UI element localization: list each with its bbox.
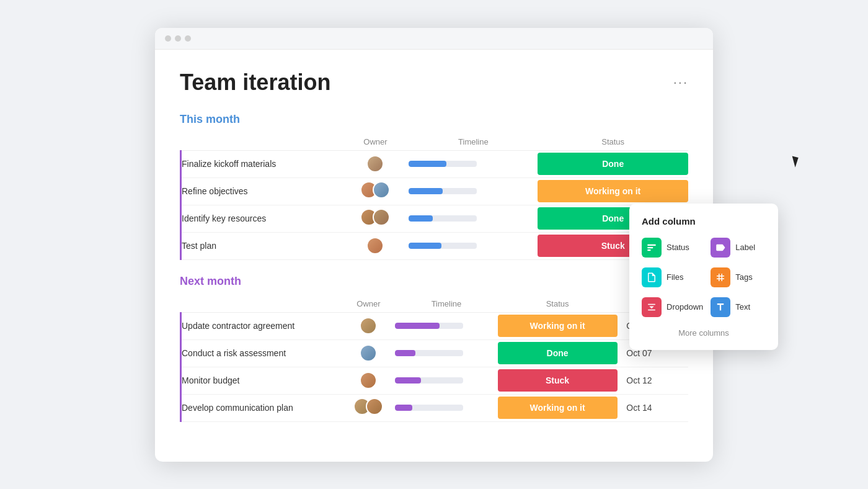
avatar [360,317,377,334]
timeline-bar-fill [409,243,441,249]
timeline-bar-fill [395,377,421,384]
timeline-cell [409,150,538,177]
col-status-1: Status [498,295,618,313]
col-task-name-1 [181,295,342,313]
column-option-files[interactable]: Files [642,266,703,289]
timeline-bar-fill [409,161,446,167]
table-row: Monitor budget Stuck Oct 12 [181,367,689,394]
timeline-bar-fill [395,350,415,356]
timeline-bar-bg [409,215,477,222]
column-option-text[interactable]: Text [711,296,766,318]
avatar [366,398,383,415]
owner-cell [342,312,396,339]
task-name: Refine objectives [181,177,342,205]
files-col-label: Files [666,272,683,282]
col-task-name-0 [181,133,342,151]
avatar-group [360,209,390,226]
status-badge[interactable]: Working on it [498,315,618,337]
avatar [373,209,390,226]
column-option-status[interactable]: Status [642,236,703,259]
status-badge[interactable]: Working on it [498,397,618,419]
timeline-cell [409,232,538,259]
table-row: Conduct a risk assessment Done Oct [181,339,689,367]
timeline-cell [409,205,538,232]
timeline-bar-bg [409,243,477,249]
more-options-button[interactable]: ··· [673,74,688,91]
browser-content: Team iteration ··· This month Owner Time… [155,50,713,462]
timeline-bar-bg [395,405,463,411]
task-name: Monitor budget [181,367,342,394]
status-col-label: Status [666,243,689,252]
timeline-bar-bg [395,323,463,329]
files-col-icon [642,267,662,287]
status-cell[interactable]: Done [498,339,618,367]
label-col-label: Label [735,243,755,252]
svg-rect-0 [647,244,656,245]
avatar [373,181,390,199]
column-option-dropdown[interactable]: Dropdown [642,296,703,318]
col-status-0: Status [538,133,688,151]
table-row: Finalize kickoff materials Done [181,150,689,177]
browser-dot-1 [165,35,171,42]
column-options: Status Label Files [642,236,766,318]
timeline-bar-fill [395,405,412,411]
column-option-tags[interactable]: Tags [711,266,766,289]
timeline-bar-bg [409,161,477,167]
this-month-table: Owner Timeline Status Finalize kickoff m… [180,133,688,260]
status-badge[interactable]: Stuck [498,369,618,392]
table-row: Develop communication plan [181,394,689,421]
status-badge[interactable]: Working on it [538,180,688,202]
browser-bar [155,28,713,50]
col-owner-0: Owner [342,133,409,151]
timeline-bar-bg [395,377,463,384]
text-col-label: Text [735,302,750,312]
tags-col-icon [711,267,730,287]
status-col-icon [642,238,662,258]
status-cell[interactable]: Working on it [538,177,688,205]
owner-cell [342,367,396,394]
page-title: Team iteration [180,70,330,96]
avatar [366,237,384,254]
status-badge[interactable]: Done [538,153,688,175]
avatar [360,372,377,389]
task-name: Identify key resources [181,205,342,232]
timeline-bar-fill [409,188,443,194]
empty-cell [661,367,688,394]
col-timeline-0: Timeline [409,133,538,151]
timeline-bar-bg [409,188,477,194]
status-cell[interactable]: Working on it [498,394,618,421]
status-cell[interactable]: Stuck [498,367,618,394]
add-column-panel: Add column Status Label [629,204,778,350]
svg-rect-1 [647,246,653,248]
timeline-bar-bg [395,350,463,356]
col-timeline-1: Timeline [395,295,497,313]
browser-window: Team iteration ··· This month Owner Time… [155,28,713,462]
next-month-table: Owner Timeline Status Date + Update cont… [180,295,688,422]
timeline-bar-fill [395,323,440,329]
timeline-cell [395,394,497,421]
page-header: Team iteration ··· [180,70,688,96]
timeline-bar-fill [409,215,433,222]
table-row: Update contractor agreement Working on i… [181,312,689,339]
section-next-month: Next month Owner Timeline Status Date + [180,275,688,422]
next-month-title: Next month [180,275,688,288]
task-name: Update contractor agreement [181,312,342,339]
owner-cell [342,177,409,205]
status-cell[interactable]: Done [538,150,688,177]
timeline-cell [395,339,497,367]
owner-cell [342,232,409,259]
more-columns-link[interactable]: More columns [642,328,766,338]
svg-rect-2 [647,249,650,251]
owner-cell [342,339,396,367]
owner-cell [342,150,409,177]
avatar [360,344,377,362]
section-this-month: This month Owner Timeline Status Finaliz… [180,113,688,260]
tags-col-label: Tags [735,272,752,282]
svg-rect-4 [648,309,655,310]
column-option-label[interactable]: Label [711,236,766,259]
table-row: Identify key resources [181,205,689,232]
status-badge[interactable]: Done [498,342,618,364]
status-cell[interactable]: Working on it [498,312,618,339]
date-cell: Oct 14 [618,394,662,421]
task-name: Test plan [181,232,342,259]
